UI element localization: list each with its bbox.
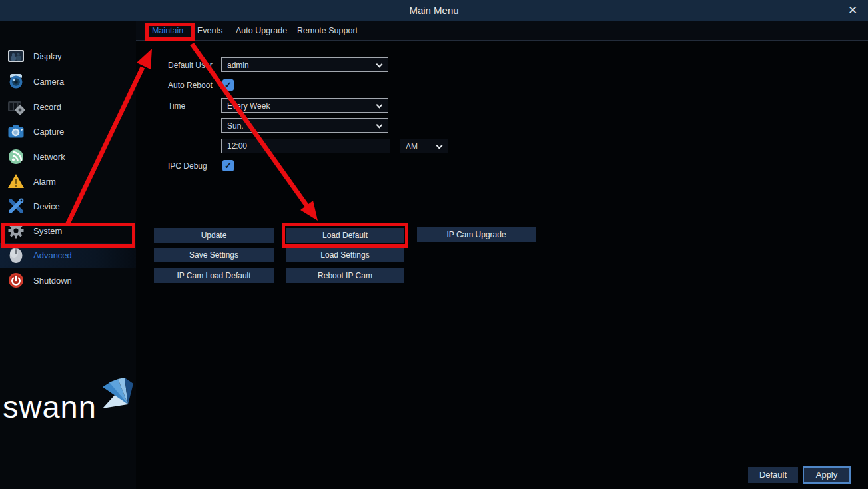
- sidebar-item-device[interactable]: Device: [0, 193, 136, 219]
- swann-logo: swann: [3, 386, 136, 426]
- sidebar-item-label: Device: [33, 201, 60, 211]
- apply-button[interactable]: Apply: [803, 466, 851, 484]
- swann-logo-wing-icon: [101, 378, 135, 418]
- sidebar: Display Camera Record Capture Network: [0, 21, 136, 489]
- device-icon: [7, 197, 25, 215]
- chevron-down-icon: [376, 61, 383, 68]
- ip-cam-load-default-button[interactable]: IP Cam Load Default: [154, 268, 274, 283]
- sidebar-item-capture[interactable]: Capture: [0, 119, 136, 144]
- load-settings-button[interactable]: Load Settings: [286, 248, 404, 262]
- default-user-value: admin: [227, 61, 249, 70]
- meridiem-select[interactable]: AM: [400, 139, 448, 153]
- reboot-time-input[interactable]: [221, 139, 390, 153]
- close-icon[interactable]: ✕: [845, 3, 860, 18]
- check-icon: ✓: [224, 80, 232, 90]
- camera-icon: [7, 72, 25, 91]
- swann-logo-text: swann: [3, 391, 97, 423]
- alarm-icon: [7, 172, 25, 191]
- chevron-down-icon: [436, 143, 443, 149]
- sidebar-item-label: Network: [33, 152, 65, 162]
- tab-auto-upgrade[interactable]: Auto Upgrade: [236, 26, 287, 35]
- sidebar-item-record[interactable]: Record: [0, 94, 136, 119]
- meridiem-value: AM: [406, 142, 418, 151]
- time-label: Time: [168, 101, 185, 111]
- chevron-down-icon: [376, 102, 383, 109]
- ip-cam-upgrade-button[interactable]: IP Cam Upgrade: [417, 227, 536, 242]
- sidebar-item-advanced[interactable]: Advanced: [0, 243, 136, 268]
- ipc-debug-checkbox[interactable]: ✓: [222, 160, 234, 171]
- ipc-debug-label: IPC Debug: [168, 161, 207, 171]
- reboot-day-select[interactable]: Sun.: [221, 118, 388, 133]
- sidebar-item-label: Camera: [33, 77, 64, 87]
- reboot-frequency-select[interactable]: Every Week: [221, 98, 388, 113]
- sidebar-item-network[interactable]: Network: [0, 144, 136, 169]
- network-icon: [7, 147, 25, 166]
- mouse-icon: [7, 246, 25, 264]
- display-icon: [7, 47, 25, 65]
- check-icon: ✓: [224, 161, 232, 171]
- sidebar-item-display[interactable]: Display: [0, 43, 136, 69]
- sidebar-item-label: Display: [33, 51, 62, 61]
- load-default-button[interactable]: Load Default: [286, 228, 404, 243]
- default-button[interactable]: Default: [748, 467, 798, 483]
- tab-events[interactable]: Events: [197, 26, 222, 35]
- reboot-day-value: Sun.: [227, 121, 244, 131]
- default-user-select[interactable]: admin: [221, 57, 388, 72]
- sidebar-item-camera[interactable]: Camera: [0, 69, 136, 94]
- sidebar-item-label: Alarm: [33, 177, 56, 187]
- save-settings-button[interactable]: Save Settings: [154, 248, 274, 262]
- auto-reboot-checkbox[interactable]: ✓: [222, 79, 234, 91]
- update-button[interactable]: Update: [154, 228, 274, 243]
- tab-maintain[interactable]: Maintain: [152, 26, 183, 35]
- sidebar-item-label: Record: [33, 102, 61, 112]
- tab-remote-support[interactable]: Remote Support: [297, 26, 358, 35]
- titlebar: Main Menu ✕: [0, 0, 868, 21]
- capture-icon: [7, 122, 25, 141]
- chevron-down-icon: [376, 122, 383, 129]
- reboot-frequency-value: Every Week: [227, 101, 270, 111]
- default-user-label: Default User: [168, 61, 213, 70]
- reboot-ip-cam-button[interactable]: Reboot IP Cam: [286, 268, 404, 283]
- power-icon: [7, 271, 25, 290]
- sidebar-item-label: Advanced: [33, 250, 72, 260]
- tabstrip: Maintain Events Auto Upgrade Remote Supp…: [136, 21, 868, 41]
- sidebar-item-alarm[interactable]: Alarm: [0, 169, 136, 194]
- record-icon: [7, 97, 25, 116]
- main-menu-window: Main Menu ✕ Display Camera Record: [0, 0, 868, 489]
- sidebar-item-shutdown[interactable]: Shutdown: [0, 268, 136, 293]
- sidebar-item-label: Shutdown: [33, 276, 72, 286]
- sidebar-item-label: Capture: [33, 127, 64, 137]
- window-title: Main Menu: [0, 0, 868, 21]
- sidebar-item-label: System: [33, 226, 62, 236]
- system-icon: [7, 221, 25, 240]
- sidebar-item-system[interactable]: System: [0, 218, 136, 243]
- auto-reboot-label: Auto Reboot: [168, 81, 213, 90]
